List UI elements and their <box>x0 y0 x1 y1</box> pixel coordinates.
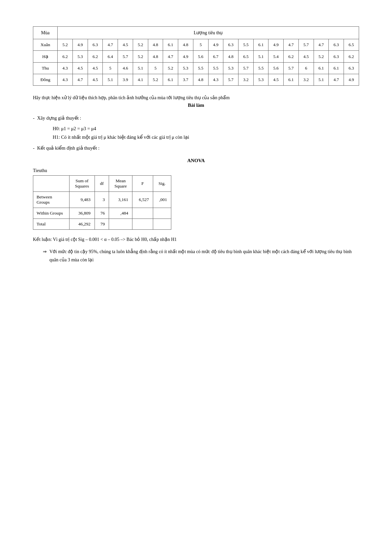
data-cell: 4.5 <box>268 74 284 86</box>
data-cell: 5.7 <box>238 63 253 74</box>
data-cell: 4.3 <box>58 63 73 74</box>
anova-df: 79 <box>95 219 109 230</box>
anova-row-label: Total <box>33 219 70 230</box>
anova-mean-sq: ,484 <box>109 208 132 219</box>
data-cell: 4.6 <box>118 63 133 74</box>
data-cell: 5.6 <box>193 51 208 63</box>
data-cell: 4.7 <box>103 39 118 51</box>
data-cell: 6.1 <box>163 74 178 86</box>
data-cell: 3.9 <box>118 74 133 86</box>
anova-col-empty <box>33 176 70 192</box>
data-cell: 5.3 <box>178 63 193 74</box>
season-label: Xuân <box>33 39 58 51</box>
anova-col-df: df <box>95 176 109 192</box>
anova-row-label: BetweenGroups <box>33 192 70 208</box>
season-label: Hạ <box>33 51 58 63</box>
data-cell: 5.3 <box>223 63 238 74</box>
data-cell: 6.3 <box>223 39 238 51</box>
data-cell: 3.2 <box>238 74 253 86</box>
data-cell: 6.1 <box>253 39 268 51</box>
data-cell: 5.3 <box>253 74 268 86</box>
season-label: Đông <box>33 74 58 86</box>
data-cell: 6.1 <box>163 39 178 51</box>
data-cell: 4.9 <box>73 39 88 51</box>
anova-sum-sq: 9,483 <box>70 192 95 208</box>
anova-sig: ,001 <box>153 192 171 208</box>
data-cell: 5.1 <box>253 51 268 63</box>
dash-icon: - <box>33 114 35 122</box>
data-cell: 5.4 <box>268 51 284 63</box>
conclusion-detail: ⇒ Với mức độ tin cậy 95%, chúng ta luôn … <box>43 248 359 264</box>
data-cell: 5.5 <box>253 63 268 74</box>
data-cell: 6.5 <box>238 51 253 63</box>
anova-sum-sq: 36,809 <box>70 208 95 219</box>
data-cell: 5.2 <box>314 51 329 63</box>
data-cell: 5.3 <box>73 51 88 63</box>
data-cell: 6.4 <box>103 51 118 63</box>
data-cell: 5.1 <box>133 63 148 74</box>
data-cell: 5.7 <box>298 39 314 51</box>
anova-data-row: BetweenGroups9,48333,1616,527,001 <box>33 192 171 208</box>
anova-title: ANOVA <box>33 158 359 163</box>
data-cell: 4.7 <box>73 74 88 86</box>
anova-col-f: F <box>132 176 153 192</box>
data-cell: 4.9 <box>344 74 359 86</box>
data-cell: 4.5 <box>88 74 103 86</box>
data-cell: 5 <box>148 63 163 74</box>
bai-lam-title: Bài làm <box>33 102 359 108</box>
anova-col-sig: Sig. <box>153 176 171 192</box>
instruction-text: Hãy thực hiện xử lý dữ liệu thích hợp, p… <box>33 95 359 101</box>
data-cell: 5.1 <box>103 74 118 86</box>
anova-header-row: Sum ofSquares df MeanSquare F Sig. <box>33 176 171 192</box>
anova-data-row: Total46,29279 <box>33 219 171 230</box>
data-cell: 4.8 <box>223 51 238 63</box>
data-cell: 5 <box>193 39 208 51</box>
anova-sig <box>153 219 171 230</box>
data-cell: 6 <box>298 63 314 74</box>
data-cell: 6.2 <box>58 51 73 63</box>
data-cell: 4.5 <box>298 51 314 63</box>
data-cell: 5.6 <box>268 63 284 74</box>
table-header-luong: Lượng tiêu thụ <box>58 27 359 39</box>
hypothesis-build: - Xây dựng giả thuyết : <box>33 114 359 122</box>
data-cell: 4.5 <box>88 63 103 74</box>
data-cell: 5.2 <box>148 74 163 86</box>
anova-f <box>132 219 153 230</box>
data-cell: 6.3 <box>88 39 103 51</box>
dash-icon-2: - <box>33 144 35 152</box>
anova-df: 76 <box>95 208 109 219</box>
main-data-table: MùaLượng tiêu thụXuân5.24.96.34.74.55.24… <box>33 26 359 86</box>
data-cell: 5.7 <box>118 51 133 63</box>
tieuthu-label: Tieuthu <box>33 168 359 173</box>
data-cell: 4.8 <box>148 39 163 51</box>
conclusion-main: Kết luận: Vì giá trị cột Sig – 0.001 < α… <box>33 236 359 244</box>
data-cell: 4.1 <box>133 74 148 86</box>
data-cell: 6.1 <box>314 63 329 74</box>
data-cell: 6.5 <box>344 39 359 51</box>
data-cell: 5 <box>103 63 118 74</box>
anova-mean-sq: 3,161 <box>109 192 132 208</box>
data-cell: 4.5 <box>118 39 133 51</box>
data-cell: 4.8 <box>148 51 163 63</box>
data-cell: 4.7 <box>163 51 178 63</box>
hypothesis-h0: H0: μ1 = μ2 = μ3 = μ4 H1: Có ít nhất một… <box>53 124 359 141</box>
data-cell: 5.2 <box>163 63 178 74</box>
data-cell: 6.7 <box>208 51 223 63</box>
data-cell: 4.9 <box>208 39 223 51</box>
data-cell: 6.1 <box>284 74 299 86</box>
anova-f <box>132 208 153 219</box>
data-cell: 4.8 <box>193 74 208 86</box>
season-label: Thu <box>33 63 58 74</box>
data-cell: 6.2 <box>88 51 103 63</box>
data-cell: 5.7 <box>284 63 299 74</box>
arrow-icon: ⇒ <box>43 248 47 264</box>
anova-col-sumsq: Sum ofSquares <box>70 176 95 192</box>
data-cell: 5.2 <box>133 39 148 51</box>
anova-data-row: Within Groups36,80976,484 <box>33 208 171 219</box>
anova-f: 6,527 <box>132 192 153 208</box>
data-cell: 3.7 <box>178 74 193 86</box>
anova-row-label: Within Groups <box>33 208 70 219</box>
data-cell: 6.3 <box>329 39 344 51</box>
hypothesis-test: - Kết quả kiểm định giả thuyết : <box>33 144 359 152</box>
data-cell: 4.3 <box>208 74 223 86</box>
